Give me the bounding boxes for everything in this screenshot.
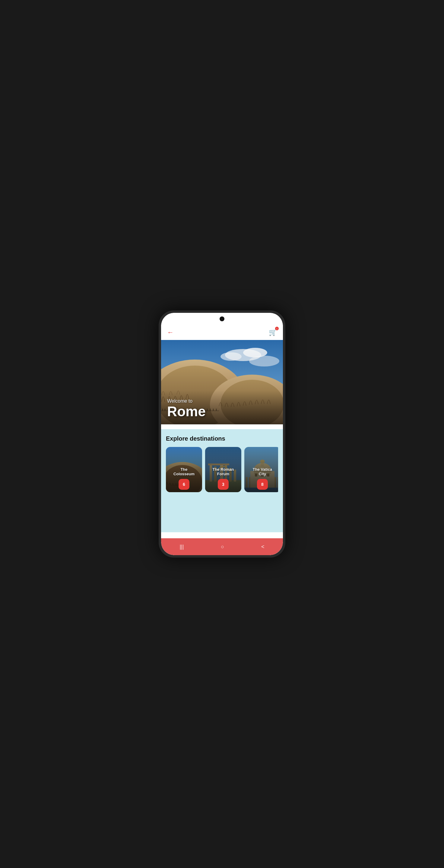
app-header: ← 🛒 1 bbox=[161, 325, 283, 340]
bottom-gap bbox=[161, 532, 283, 538]
camera-notch bbox=[219, 316, 225, 321]
destination-card-roman-forum[interactable]: The RomanForum 3 bbox=[205, 447, 241, 492]
destination-count-vatican: 8 bbox=[257, 479, 268, 490]
side-button bbox=[285, 373, 285, 388]
destination-count-colosseum: 6 bbox=[179, 479, 189, 490]
destination-count-roman-forum: 3 bbox=[218, 479, 229, 490]
card-content-colosseum: TheColosseum 6 bbox=[166, 465, 202, 492]
nav-bar: ||| ○ < bbox=[161, 538, 283, 555]
nav-home[interactable]: ○ bbox=[221, 544, 224, 550]
nav-back[interactable]: < bbox=[261, 544, 265, 550]
destination-name-colosseum: TheColosseum bbox=[173, 467, 195, 476]
destination-name-vatican: The VaticaCity bbox=[253, 467, 272, 476]
explore-title: Explore destinations bbox=[166, 435, 278, 442]
white-gap bbox=[161, 424, 283, 429]
card-content-roman-forum: The RomanForum 3 bbox=[205, 465, 241, 492]
card-content-vatican: The VaticaCity 8 bbox=[244, 465, 278, 492]
back-button[interactable]: ← bbox=[167, 329, 174, 336]
hero-text: Welcome to Rome bbox=[167, 398, 206, 418]
explore-section: Explore destinations bbox=[161, 429, 283, 532]
destination-card-colosseum[interactable]: TheColosseum 6 bbox=[166, 447, 202, 492]
destination-card-vatican[interactable]: The VaticaCity 8 bbox=[244, 447, 278, 492]
phone-screen: ← 🛒 1 bbox=[161, 313, 283, 555]
cart-badge: 1 bbox=[275, 327, 279, 330]
phone-frame: ← 🛒 1 bbox=[159, 310, 285, 558]
cart-button[interactable]: 🛒 1 bbox=[269, 329, 277, 336]
hero-section: Welcome to Rome bbox=[161, 340, 283, 424]
welcome-label: Welcome to bbox=[167, 398, 206, 404]
nav-recent-apps[interactable]: ||| bbox=[179, 544, 184, 550]
destinations-grid: TheColosseum 6 bbox=[166, 447, 278, 492]
destination-name-roman-forum: The RomanForum bbox=[213, 467, 234, 476]
city-name: Rome bbox=[167, 404, 206, 418]
status-bar bbox=[161, 313, 283, 325]
